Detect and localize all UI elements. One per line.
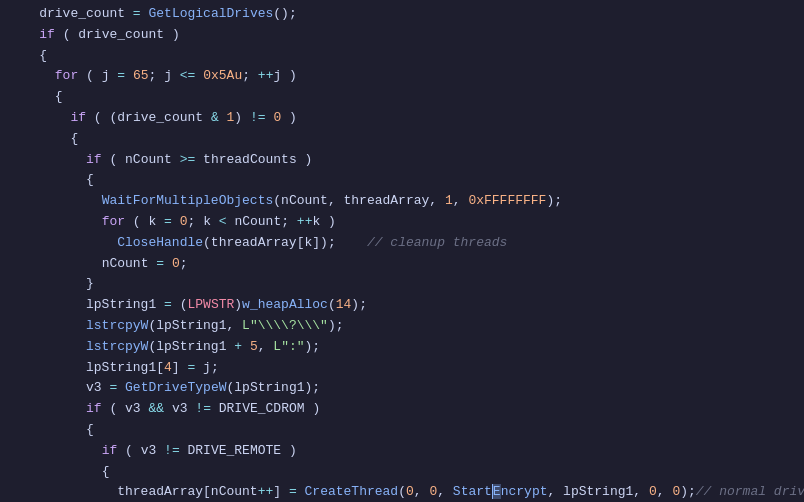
code-editor: drive_count = GetLogicalDrives(); if ( d… [0, 0, 804, 502]
code-line: threadArray[nCount++] = CreateThread(0, … [0, 482, 804, 502]
code-text: { [8, 129, 78, 150]
code-text: if ( v3 && v3 != DRIVE_CDROM ) [8, 399, 320, 420]
code-line: drive_count = GetLogicalDrives(); [0, 4, 804, 25]
code-text: drive_count = GetLogicalDrives(); [8, 4, 297, 25]
code-line: { [0, 420, 804, 441]
code-text: } [8, 274, 94, 295]
code-text: { [8, 462, 109, 483]
code-text: for ( k = 0; k < nCount; ++k ) [8, 212, 336, 233]
code-line: { [0, 170, 804, 191]
code-line: lstrcpyW(lpString1 + 5, L":"); [0, 337, 804, 358]
code-text: for ( j = 65; j <= 0x5Au; ++j ) [8, 66, 297, 87]
code-text: if ( (drive_count & 1) != 0 ) [8, 108, 297, 129]
code-line: { [0, 129, 804, 150]
code-line: if ( nCount >= threadCounts ) [0, 150, 804, 171]
code-line: { [0, 462, 804, 483]
code-text: nCount = 0; [8, 254, 188, 275]
code-text: if ( nCount >= threadCounts ) [8, 150, 312, 171]
code-line: } [0, 274, 804, 295]
code-text: { [8, 46, 47, 67]
code-line: for ( j = 65; j <= 0x5Au; ++j ) [0, 66, 804, 87]
code-line: WaitForMultipleObjects(nCount, threadArr… [0, 191, 804, 212]
code-text: { [8, 87, 63, 108]
code-text: lpString1[4] = j; [8, 358, 219, 379]
code-line: CloseHandle(threadArray[k]); // cleanup … [0, 233, 804, 254]
code-line: lpString1[4] = j; [0, 358, 804, 379]
code-line: lstrcpyW(lpString1, L"\\\\?\\\"); [0, 316, 804, 337]
code-text: { [8, 420, 94, 441]
code-line: { [0, 46, 804, 67]
code-text: CloseHandle(threadArray[k]); // cleanup … [8, 233, 507, 254]
code-text: lpString1 = (LPWSTR)w_heapAlloc(14); [8, 295, 367, 316]
code-line: nCount = 0; [0, 254, 804, 275]
code-line: if ( drive_count ) [0, 25, 804, 46]
code-line: if ( v3 && v3 != DRIVE_CDROM ) [0, 399, 804, 420]
code-text: lstrcpyW(lpString1, L"\\\\?\\\"); [8, 316, 344, 337]
code-text: if ( v3 != DRIVE_REMOTE ) [8, 441, 297, 462]
code-line: for ( k = 0; k < nCount; ++k ) [0, 212, 804, 233]
code-text: { [8, 170, 94, 191]
code-line: if ( (drive_count & 1) != 0 ) [0, 108, 804, 129]
code-line: if ( v3 != DRIVE_REMOTE ) [0, 441, 804, 462]
code-text: WaitForMultipleObjects(nCount, threadArr… [8, 191, 562, 212]
code-text: threadArray[nCount++] = CreateThread(0, … [8, 482, 804, 502]
code-text: if ( drive_count ) [8, 25, 180, 46]
code-line: lpString1 = (LPWSTR)w_heapAlloc(14); [0, 295, 804, 316]
code-text: v3 = GetDriveTypeW(lpString1); [8, 378, 320, 399]
code-text: lstrcpyW(lpString1 + 5, L":"); [8, 337, 320, 358]
code-line: { [0, 87, 804, 108]
code-line: v3 = GetDriveTypeW(lpString1); [0, 378, 804, 399]
